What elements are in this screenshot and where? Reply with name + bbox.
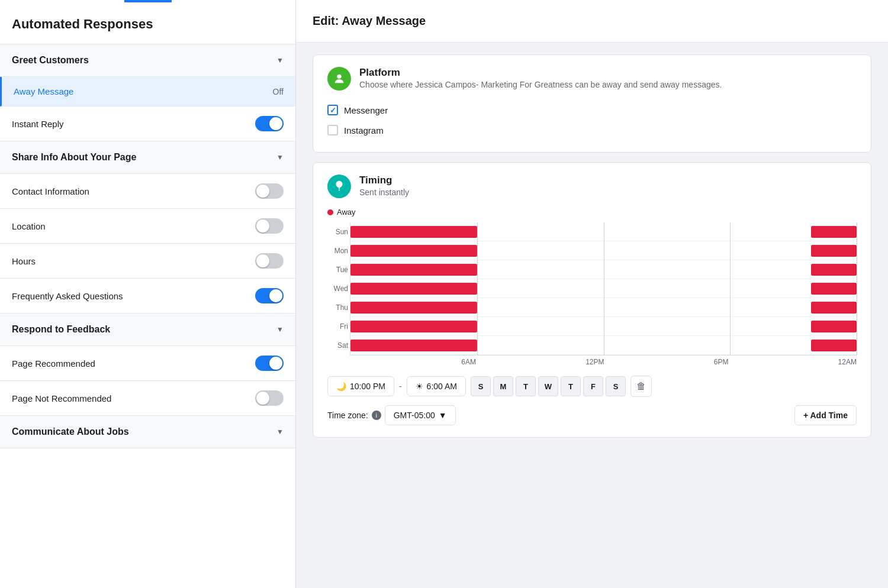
chart-row-sun: Sun xyxy=(350,222,857,241)
messenger-checkbox[interactable] xyxy=(327,105,338,115)
day-btn-t2[interactable]: T xyxy=(561,376,581,396)
timing-card-title-row: Timing Sent instantly xyxy=(327,175,857,198)
info-icon: i xyxy=(372,411,381,420)
left-panel: Automated Responses Greet Customers ▼ Aw… xyxy=(0,0,296,588)
instagram-checkbox[interactable] xyxy=(327,125,338,135)
right-panel-header: Edit: Away Message xyxy=(296,0,888,43)
faq-toggle[interactable] xyxy=(255,288,284,303)
chevron-down-icon-4: ▼ xyxy=(276,428,284,436)
day-btn-f[interactable]: F xyxy=(583,376,603,396)
day-btn-s2[interactable]: S xyxy=(606,376,626,396)
chart-bar-wed-start xyxy=(350,283,477,295)
hours-label: Hours xyxy=(12,256,255,266)
chart-bar-container-thu xyxy=(350,298,857,316)
nav-hours[interactable]: Hours xyxy=(0,244,295,279)
page-not-recommended-toggle[interactable] xyxy=(255,390,284,406)
section-respond-feedback[interactable]: Respond to Feedback ▼ xyxy=(0,314,295,346)
platform-card: Platform Choose where Jessica Campos- Ma… xyxy=(313,54,871,153)
timing-title: Timing xyxy=(359,175,409,186)
chart-bar-container-fri xyxy=(350,317,857,335)
time-end-value: 6:00 AM xyxy=(427,382,457,391)
nav-away-message[interactable]: Away Message Off xyxy=(0,77,295,106)
messenger-option[interactable]: Messenger xyxy=(327,100,857,120)
timing-card-text: Timing Sent instantly xyxy=(359,175,409,197)
day-btn-s1[interactable]: S xyxy=(471,376,491,396)
day-btn-w[interactable]: W xyxy=(538,376,558,396)
messenger-label: Messenger xyxy=(344,105,388,115)
day-btn-m[interactable]: M xyxy=(493,376,513,396)
nav-page-recommended[interactable]: Page Recommended xyxy=(0,346,295,381)
left-panel-title: Automated Responses xyxy=(0,2,295,44)
section-share-info-label: Share Info About Your Page xyxy=(12,152,136,163)
delete-time-button[interactable]: 🗑 xyxy=(630,376,652,397)
section-share-info[interactable]: Share Info About Your Page ▼ xyxy=(0,141,295,174)
timing-subtitle: Sent instantly xyxy=(359,188,409,197)
platform-subtitle: Choose where Jessica Campos- Marketing F… xyxy=(359,80,722,89)
section-communicate-jobs-label: Communicate About Jobs xyxy=(12,427,129,437)
chart-label-sat: Sat xyxy=(328,341,348,350)
legend-label-away: Away xyxy=(337,208,356,217)
timing-card: Timing Sent instantly Away xyxy=(313,162,871,438)
instagram-label: Instagram xyxy=(344,125,384,135)
instant-reply-toggle[interactable] xyxy=(255,116,284,131)
nav-instant-reply[interactable]: Instant Reply xyxy=(0,106,295,141)
section-communicate-jobs[interactable]: Communicate About Jobs ▼ xyxy=(0,416,295,448)
chart-row-thu: Thu xyxy=(350,298,857,317)
chart-bar-fri-start xyxy=(350,321,477,332)
hours-toggle[interactable] xyxy=(255,253,284,269)
day-btn-t1[interactable]: T xyxy=(516,376,536,396)
nav-faq[interactable]: Frequently Asked Questions xyxy=(0,279,295,314)
chart-row-tue: Tue xyxy=(350,260,857,279)
timing-chart: Away Sun xyxy=(327,208,857,366)
time-end-button[interactable]: ☀ 6:00 AM xyxy=(407,376,466,396)
chart-label-tue: Tue xyxy=(328,266,348,274)
chart-row-fri: Fri xyxy=(350,317,857,336)
legend-dot-away xyxy=(327,209,333,215)
chart-label-fri: Fri xyxy=(328,322,348,331)
instant-reply-label: Instant Reply xyxy=(12,119,255,129)
page-recommended-label: Page Recommended xyxy=(12,358,255,369)
timing-icon xyxy=(327,175,351,198)
section-greet-customers[interactable]: Greet Customers ▼ xyxy=(0,44,295,77)
nav-location[interactable]: Location xyxy=(0,209,295,244)
day-buttons: S M T W T F S xyxy=(471,376,626,396)
timezone-row: Time zone: i GMT-05:00 ▼ + Add Time xyxy=(327,405,857,425)
chevron-down-icon-3: ▼ xyxy=(276,325,284,334)
instagram-option[interactable]: Instagram xyxy=(327,120,857,140)
page-recommended-toggle[interactable] xyxy=(255,356,284,371)
moon-icon: 🌙 xyxy=(336,382,346,391)
location-toggle[interactable] xyxy=(255,218,284,234)
chart-bar-tue-start xyxy=(350,264,477,276)
add-time-button[interactable]: + Add Time xyxy=(794,405,857,425)
xlabel-6pm: 6PM xyxy=(714,358,729,366)
contact-information-label: Contact Information xyxy=(12,186,255,196)
chart-bar-container-wed xyxy=(350,279,857,298)
xlabel-12pm: 12PM xyxy=(585,358,604,366)
timezone-value: GMT-05:00 xyxy=(394,411,435,420)
time-controls: 🌙 10:00 PM - ☀ 6:00 AM S M T W T F S xyxy=(327,376,857,397)
platform-card-title-row: Platform Choose where Jessica Campos- Ma… xyxy=(327,67,857,91)
chart-bar-thu-start xyxy=(350,302,477,314)
chart-grid: Sun Mon xyxy=(350,222,857,356)
nav-contact-information[interactable]: Contact Information xyxy=(0,174,295,209)
chart-bar-fri-end xyxy=(811,321,857,332)
chart-bar-sun-start xyxy=(350,226,477,238)
section-respond-feedback-label: Respond to Feedback xyxy=(12,324,110,335)
chart-label-thu: Thu xyxy=(328,303,348,312)
right-panel-title: Edit: Away Message xyxy=(313,14,426,28)
time-start-button[interactable]: 🌙 10:00 PM xyxy=(327,376,394,396)
timezone-left: Time zone: i GMT-05:00 ▼ xyxy=(327,405,456,425)
sun-icon: ☀ xyxy=(416,382,423,391)
svg-point-0 xyxy=(337,75,341,79)
platform-title: Platform xyxy=(359,67,722,79)
contact-information-toggle[interactable] xyxy=(255,183,284,199)
trash-icon: 🗑 xyxy=(636,381,646,392)
nav-page-not-recommended[interactable]: Page Not Recommended xyxy=(0,381,295,416)
chart-bar-sat-end xyxy=(811,340,857,351)
xlabel-12am: 12AM xyxy=(838,358,857,366)
timezone-select[interactable]: GMT-05:00 ▼ xyxy=(385,405,456,425)
timezone-chevron-icon: ▼ xyxy=(439,411,447,420)
page-not-recommended-label: Page Not Recommended xyxy=(12,393,255,403)
chart-label-wed: Wed xyxy=(328,285,348,293)
chart-row-wed: Wed xyxy=(350,279,857,298)
